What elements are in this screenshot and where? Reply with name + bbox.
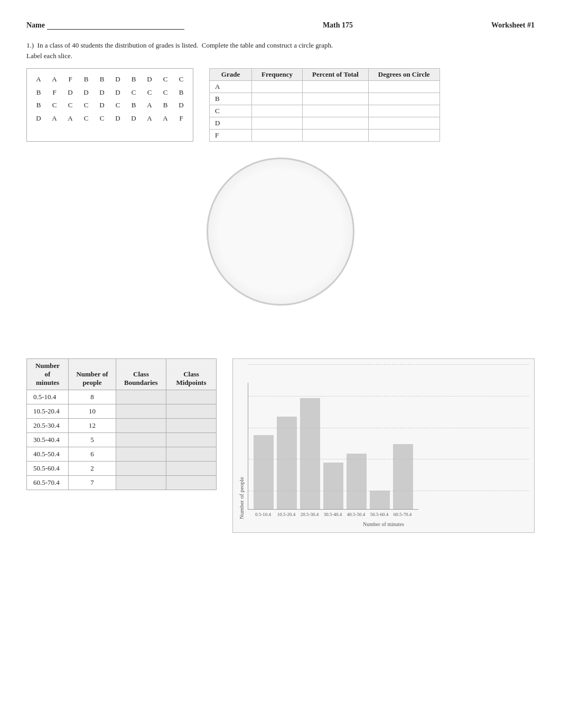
grade-data-box: AAFBBDBDCC BFDDDDCCCB BCCCDCBABD DAACCDD…	[26, 68, 193, 142]
col-boundaries: ClassBoundaries	[116, 359, 166, 390]
col-grade: Grade	[210, 69, 252, 81]
bar-label: 0.5-10.4	[253, 512, 273, 517]
table-row: A	[210, 81, 440, 93]
worksheet-title: Worksheet #1	[491, 21, 535, 30]
name-label: Name	[26, 21, 45, 30]
name-section: Name	[26, 21, 184, 30]
bar	[393, 444, 413, 509]
data-table2: Numberofminutes Number ofpeople ClassBou…	[26, 358, 217, 490]
col-midpoints: ClassMidpoints	[166, 359, 216, 390]
bar	[300, 398, 320, 509]
grade-row-3: BCCCDCBABD	[34, 99, 185, 112]
problem2-section: Numberofminutes Number ofpeople ClassBou…	[26, 358, 535, 533]
bar-label: 50.5-60.4	[369, 512, 389, 517]
col-minutes: Numberofminutes	[27, 359, 69, 390]
table-row: F	[210, 130, 440, 142]
grade-row-1: AAFBBDBDCC	[34, 73, 185, 86]
x-axis-label: Number of minutes	[238, 521, 529, 527]
table-row: 20.5-30.4 12	[27, 419, 217, 433]
y-axis-label: Number of people	[238, 477, 245, 519]
circle-graph-area	[26, 158, 535, 306]
table-row: C	[210, 105, 440, 117]
table-row: B	[210, 93, 440, 105]
table-row: 50.5-60.4 2	[27, 462, 217, 476]
col-people: Number ofpeople	[69, 359, 116, 390]
grade-row-4: DAACCDDAAF	[34, 112, 185, 125]
table-row: D	[210, 117, 440, 130]
circle-graph-placeholder	[207, 158, 354, 306]
bar-label: 10.5-20.4	[276, 512, 296, 517]
table-row: 0.5-10.4 8	[27, 390, 217, 404]
bar-label: 30.5-40.4	[323, 512, 343, 517]
bar-chart-area: Number of people 0.5-10.410.5-20.420.5-3…	[232, 358, 535, 533]
bar	[277, 417, 297, 509]
col-percent: Percent of Total	[302, 69, 368, 81]
problem1-layout: AAFBBDBDCC BFDDDDCCCB BCCCDCBABD DAACCDD…	[26, 68, 535, 142]
table-row: 40.5-50.4 6	[27, 447, 217, 462]
table-row: 30.5-40.4 5	[27, 433, 217, 447]
bar-label: 20.5-30.4	[300, 512, 320, 517]
table-row: 10.5-20.4 10	[27, 404, 217, 419]
grade-frequency-table: Grade Frequency Percent of Total Degrees…	[209, 68, 440, 142]
bar-label: 60.5-70.4	[392, 512, 413, 517]
grade-row-2: BFDDDDCCCB	[34, 86, 185, 99]
bar-chart-inner	[248, 383, 418, 510]
col-frequency: Frequency	[252, 69, 303, 81]
center-title: Math 175	[323, 21, 353, 30]
col-degrees: Degrees on Circle	[368, 69, 440, 81]
table2-layout: Numberofminutes Number ofpeople ClassBou…	[26, 358, 535, 533]
table-row: 60.5-70.4 7	[27, 476, 217, 490]
problem1-text: 1.) In a class of 40 students the distri…	[26, 40, 535, 61]
page-header: Name Math 175 Worksheet #1	[26, 21, 535, 30]
bar	[323, 463, 343, 509]
bar-labels: 0.5-10.410.5-20.420.5-30.430.5-40.440.5-…	[248, 510, 418, 519]
name-line	[47, 29, 184, 30]
bar	[254, 435, 274, 509]
bar	[370, 491, 390, 509]
bar	[347, 454, 367, 509]
bar-label: 40.5-50.4	[346, 512, 366, 517]
